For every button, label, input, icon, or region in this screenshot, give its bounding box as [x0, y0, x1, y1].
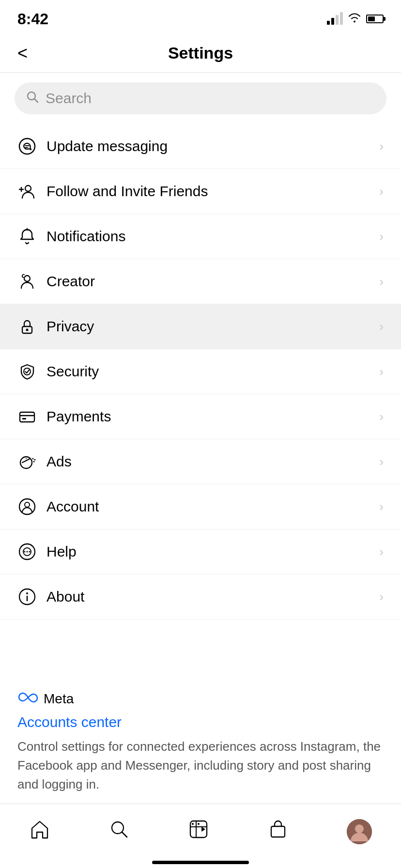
wifi-icon [348, 12, 361, 26]
settings-list: Update messaging › Follow and Invite Fri… [0, 124, 401, 676]
svg-point-3 [25, 186, 31, 191]
svg-point-15 [32, 458, 34, 460]
creator-icon [17, 272, 46, 291]
home-icon [29, 819, 50, 844]
chevron-icon: › [379, 364, 384, 379]
svg-point-35 [355, 824, 364, 833]
chevron-icon: › [379, 454, 384, 469]
back-button[interactable]: < [17, 45, 28, 62]
signal-icon [327, 13, 343, 25]
profile-avatar [347, 819, 372, 844]
settings-item-about[interactable]: About › [0, 574, 401, 620]
svg-point-23 [27, 551, 28, 553]
page-title: Settings [168, 44, 233, 62]
chevron-icon: › [379, 139, 384, 154]
meta-text: Meta [44, 691, 74, 707]
search-container: Search [0, 73, 401, 124]
settings-item-ads[interactable]: Ads › [0, 439, 401, 484]
svg-point-22 [24, 551, 26, 553]
reels-icon [188, 819, 209, 844]
security-icon [17, 362, 46, 381]
svg-point-31 [192, 823, 194, 825]
svg-point-19 [25, 502, 30, 507]
settings-item-help[interactable]: Help › [0, 529, 401, 574]
chevron-icon: › [379, 184, 384, 199]
creator-label: Creator [46, 273, 379, 290]
follow-invite-friends-label: Follow and Invite Friends [46, 183, 379, 200]
status-icons [327, 12, 384, 26]
payments-icon [17, 407, 46, 426]
settings-item-follow-invite-friends[interactable]: Follow and Invite Friends › [0, 169, 401, 214]
privacy-label: Privacy [46, 318, 379, 335]
account-icon [17, 497, 46, 516]
bottom-nav [0, 804, 401, 854]
chevron-icon: › [379, 274, 384, 289]
svg-rect-33 [271, 826, 285, 837]
svg-rect-11 [20, 412, 34, 422]
svg-point-32 [198, 823, 200, 825]
ads-icon [17, 452, 46, 471]
messaging-icon [17, 137, 46, 156]
chevron-icon: › [379, 589, 384, 604]
bell-icon [17, 227, 46, 246]
svg-line-29 [122, 832, 127, 837]
nav-item-profile[interactable] [337, 814, 382, 849]
settings-item-creator[interactable]: Creator › [0, 259, 401, 304]
search-icon [26, 91, 39, 107]
chevron-icon: › [379, 229, 384, 244]
svg-point-24 [29, 551, 31, 553]
nav-item-reels[interactable] [178, 814, 219, 849]
about-label: About [46, 589, 379, 605]
status-time: 8:42 [17, 10, 48, 28]
settings-item-account[interactable]: Account › [0, 484, 401, 529]
chevron-icon: › [379, 319, 384, 334]
security-label: Security [46, 363, 379, 380]
accounts-center-link[interactable]: Accounts center [17, 714, 384, 730]
settings-item-privacy[interactable]: Privacy › [0, 304, 401, 349]
payments-label: Payments [46, 408, 379, 425]
svg-line-1 [34, 99, 38, 102]
search-bar[interactable]: Search [15, 82, 386, 114]
shop-icon [267, 819, 289, 844]
home-bar [152, 861, 249, 864]
svg-point-2 [19, 139, 35, 154]
svg-point-16 [34, 459, 36, 461]
svg-point-9 [26, 329, 29, 331]
settings-item-payments[interactable]: Payments › [0, 394, 401, 439]
settings-header: < Settings [0, 34, 401, 73]
meta-logo: Meta [17, 691, 384, 707]
update-messaging-label: Update messaging [46, 138, 379, 155]
svg-point-17 [33, 461, 35, 463]
account-label: Account [46, 498, 379, 515]
nav-item-search[interactable] [99, 814, 139, 849]
ads-label: Ads [46, 453, 379, 470]
notifications-label: Notifications [46, 228, 379, 245]
nav-item-shop[interactable] [258, 814, 298, 849]
chevron-icon: › [379, 544, 384, 559]
settings-item-security[interactable]: Security › [0, 349, 401, 394]
search-placeholder: Search [46, 90, 92, 107]
info-icon [17, 587, 46, 606]
home-indicator [0, 854, 401, 868]
meta-infinity-icon [17, 691, 39, 707]
nav-item-home[interactable] [19, 814, 60, 849]
lock-icon [17, 317, 46, 336]
meta-description: Control settings for connected experienc… [17, 737, 384, 794]
status-bar: 8:42 [0, 0, 401, 34]
settings-item-notifications[interactable]: Notifications › [0, 214, 401, 259]
battery-icon [366, 15, 384, 23]
meta-section: Meta Accounts center Control settings fo… [0, 676, 401, 804]
follow-icon [17, 182, 46, 201]
settings-item-update-messaging[interactable]: Update messaging › [0, 124, 401, 169]
svg-rect-13 [22, 418, 26, 419]
help-label: Help [46, 543, 379, 560]
search-nav-icon [108, 819, 130, 844]
chevron-icon: › [379, 499, 384, 514]
help-icon [17, 542, 46, 561]
chevron-icon: › [379, 409, 384, 424]
svg-point-7 [24, 276, 30, 281]
svg-point-27 [26, 592, 28, 594]
